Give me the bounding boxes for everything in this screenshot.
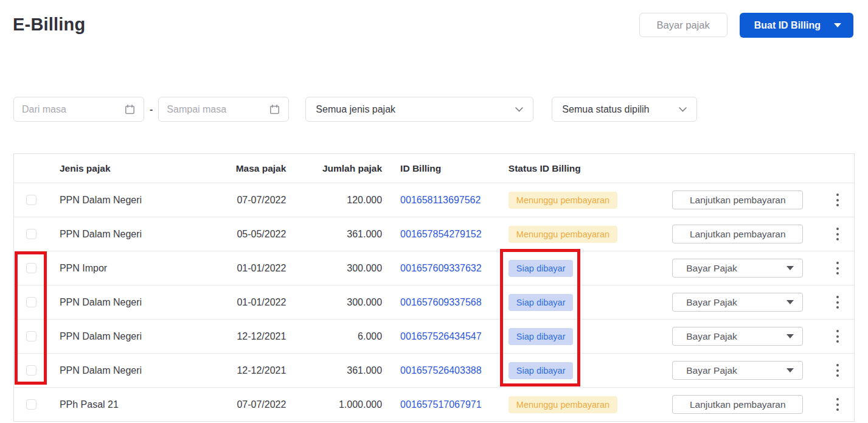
kebab-menu-icon[interactable] (834, 326, 841, 346)
table-row: PPN Dalam Negeri 07-07/2022 120.000 0016… (14, 183, 854, 217)
bayar-pajak-button[interactable]: Bayar pajak (639, 13, 727, 37)
status-badge: Siap dibayar (509, 362, 574, 379)
row-checkbox[interactable] (26, 399, 36, 410)
lanjutkan-pembayaran-button[interactable]: Lanjutkan pembayaran (672, 395, 803, 414)
header-actions: Bayar pajak Buat ID Billing (639, 13, 853, 38)
chevron-down-icon (515, 107, 523, 112)
lanjutkan-pembayaran-button[interactable]: Lanjutkan pembayaran (672, 191, 803, 209)
id-billing-link[interactable]: 001658113697562 (400, 195, 481, 206)
bayar-pajak-dropdown-label: Bayar Pajak (686, 365, 737, 376)
masa-pajak-cell: 12-12/2021 (196, 365, 286, 376)
table-row: PPN Impor 01-01/2022 300.000 00165760933… (14, 251, 854, 285)
id-billing-link[interactable]: 001657854279152 (400, 229, 481, 240)
buat-id-billing-label: Buat ID Billing (754, 20, 821, 31)
page-title: E-Billing (13, 13, 85, 35)
header-masa-pajak: Masa pajak (196, 163, 286, 174)
bayar-pajak-dropdown-label: Bayar Pajak (686, 263, 737, 274)
jenis-pajak-cell: PPN Dalam Negeri (60, 365, 196, 376)
masa-pajak-cell: 01-01/2022 (196, 263, 286, 274)
status-badge: Siap dibayar (509, 294, 574, 311)
chevron-down-icon (679, 107, 687, 112)
row-checkbox[interactable] (26, 331, 36, 341)
jenis-pajak-select[interactable]: Semua jenis pajak (305, 97, 533, 122)
date-range-separator: - (150, 104, 153, 115)
billing-table: Jenis pajak Masa pajak Jumlah pajak ID B… (13, 153, 855, 422)
jenis-pajak-cell: PPN Dalam Negeri (60, 195, 196, 206)
id-billing-link[interactable]: 001657609337568 (400, 297, 481, 308)
header-jenis-pajak: Jenis pajak (60, 163, 196, 174)
dari-masa-input[interactable]: Dari masa (13, 97, 144, 122)
bayar-pajak-dropdown-button[interactable]: Bayar Pajak (672, 327, 803, 346)
table-row: PPN Dalam Negeri 05-05/2022 361.000 0016… (14, 217, 854, 251)
jenis-pajak-selected-value: Semua jenis pajak (316, 104, 395, 115)
status-select[interactable]: Semua status dipilih (552, 97, 697, 122)
masa-pajak-cell: 01-01/2022 (196, 297, 286, 308)
jumlah-pajak-cell: 361.000 (286, 229, 382, 240)
table-row: PPh Pasal 21 07-07/2022 1.000.000 001657… (14, 387, 854, 421)
status-badge: Siap dibayar (509, 328, 574, 345)
kebab-menu-icon[interactable] (834, 190, 841, 210)
id-billing-link[interactable]: 001657526434547 (400, 331, 481, 342)
kebab-menu-icon[interactable] (834, 394, 841, 414)
jumlah-pajak-cell: 6.000 (286, 331, 382, 342)
row-checkbox[interactable] (26, 229, 36, 239)
masa-pajak-cell: 12-12/2021 (196, 331, 286, 342)
page-header: E-Billing Bayar pajak Buat ID Billing (0, 0, 868, 38)
status-selected-value: Semua status dipilih (562, 104, 649, 115)
jumlah-pajak-cell: 120.000 (286, 195, 382, 206)
kebab-menu-icon[interactable] (834, 258, 841, 278)
filter-bar: Dari masa - Sampai masa Semua jenis paja… (13, 97, 697, 122)
bayar-pajak-dropdown-button[interactable]: Bayar Pajak (672, 361, 803, 380)
row-checkbox[interactable] (26, 365, 36, 376)
caret-down-icon (786, 300, 794, 304)
status-badge: Menunggu pembayaran (509, 396, 617, 413)
caret-down-icon (834, 23, 841, 27)
jenis-pajak-cell: PPh Pasal 21 (60, 399, 196, 410)
masa-pajak-cell: 07-07/2022 (196, 195, 286, 206)
jumlah-pajak-cell: 1.000.000 (286, 399, 382, 410)
status-badge: Menunggu pembayaran (509, 192, 617, 209)
buat-id-billing-button[interactable]: Buat ID Billing (740, 13, 853, 38)
masa-pajak-cell: 07-07/2022 (196, 399, 286, 410)
masa-pajak-cell: 05-05/2022 (196, 229, 286, 240)
jumlah-pajak-cell: 300.000 (286, 263, 382, 274)
row-checkbox[interactable] (26, 263, 36, 273)
bayar-pajak-dropdown-label: Bayar Pajak (686, 297, 737, 308)
status-badge: Menunggu pembayaran (509, 226, 617, 243)
calendar-icon (124, 103, 136, 115)
calendar-icon (269, 103, 280, 115)
table-row: PPN Dalam Negeri 01-01/2022 300.000 0016… (14, 285, 854, 319)
status-badge: Siap dibayar (509, 260, 574, 277)
table-header-row: Jenis pajak Masa pajak Jumlah pajak ID B… (14, 154, 854, 183)
kebab-menu-icon[interactable] (834, 224, 841, 244)
table-row: PPN Dalam Negeri 12-12/2021 6.000 001657… (14, 319, 854, 353)
jenis-pajak-cell: PPN Impor (60, 263, 196, 274)
id-billing-link[interactable]: 001657517067971 (400, 399, 481, 410)
sampai-masa-placeholder: Sampai masa (167, 104, 226, 115)
row-checkbox[interactable] (26, 195, 36, 205)
sampai-masa-input[interactable]: Sampai masa (158, 97, 289, 122)
jumlah-pajak-cell: 300.000 (286, 297, 382, 308)
id-billing-link[interactable]: 001657609337632 (400, 263, 481, 274)
kebab-menu-icon[interactable] (834, 292, 841, 312)
id-billing-link[interactable]: 001657526403388 (400, 365, 481, 376)
row-checkbox[interactable] (26, 297, 36, 307)
dari-masa-placeholder: Dari masa (22, 104, 66, 115)
jenis-pajak-cell: PPN Dalam Negeri (60, 229, 196, 240)
jenis-pajak-cell: PPN Dalam Negeri (60, 331, 196, 342)
lanjutkan-pembayaran-button[interactable]: Lanjutkan pembayaran (672, 225, 803, 243)
e-billing-page: E-Billing Bayar pajak Buat ID Billing Da… (0, 0, 868, 423)
header-id-billing: ID Billing (382, 163, 490, 174)
header-status-id-billing: Status ID Billing (490, 163, 654, 174)
jumlah-pajak-cell: 361.000 (286, 365, 382, 376)
header-jumlah-pajak: Jumlah pajak (286, 163, 382, 174)
caret-down-icon (786, 334, 794, 338)
bayar-pajak-dropdown-button[interactable]: Bayar Pajak (672, 293, 803, 312)
jenis-pajak-cell: PPN Dalam Negeri (60, 297, 196, 308)
kebab-menu-icon[interactable] (834, 360, 841, 380)
table-row: PPN Dalam Negeri 12-12/2021 361.000 0016… (14, 353, 854, 387)
bayar-pajak-dropdown-label: Bayar Pajak (686, 331, 737, 342)
caret-down-icon (786, 368, 794, 372)
bayar-pajak-dropdown-button[interactable]: Bayar Pajak (672, 259, 803, 278)
caret-down-icon (786, 266, 794, 270)
